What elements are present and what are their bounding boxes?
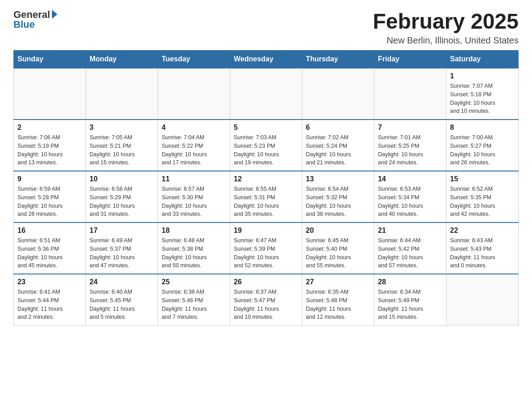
day-info: Sunrise: 6:49 AM Sunset: 5:37 PM Dayligh…: [90, 236, 154, 270]
day-number: 11: [162, 175, 226, 183]
calendar-header: SundayMondayTuesdayWednesdayThursdayFrid…: [14, 51, 519, 68]
day-info: Sunrise: 6:59 AM Sunset: 5:28 PM Dayligh…: [17, 185, 82, 218]
day-number: 2: [17, 124, 82, 132]
day-info: Sunrise: 6:44 AM Sunset: 5:42 PM Dayligh…: [378, 236, 442, 270]
day-info: Sunrise: 7:01 AM Sunset: 5:25 PM Dayligh…: [378, 133, 442, 167]
day-info: Sunrise: 7:03 AM Sunset: 5:23 PM Dayligh…: [234, 133, 298, 167]
day-cell: 1Sunrise: 7:07 AM Sunset: 5:18 PM Daylig…: [446, 68, 519, 120]
day-info: Sunrise: 7:02 AM Sunset: 5:24 PM Dayligh…: [306, 133, 370, 167]
day-info: Sunrise: 6:34 AM Sunset: 5:49 PM Dayligh…: [378, 288, 442, 321]
day-info: Sunrise: 7:04 AM Sunset: 5:22 PM Dayligh…: [162, 133, 226, 167]
calendar-title: February 2025: [373, 9, 519, 34]
day-info: Sunrise: 6:51 AM Sunset: 5:36 PM Dayligh…: [17, 236, 82, 270]
day-number: 8: [450, 124, 515, 132]
day-number: 25: [162, 278, 226, 286]
day-number: 23: [17, 278, 82, 286]
day-info: Sunrise: 6:43 AM Sunset: 5:43 PM Dayligh…: [450, 236, 515, 270]
day-cell: 9Sunrise: 6:59 AM Sunset: 5:28 PM Daylig…: [14, 171, 86, 223]
day-number: 19: [234, 227, 298, 235]
week-row-3: 9Sunrise: 6:59 AM Sunset: 5:28 PM Daylig…: [14, 171, 519, 223]
title-block: February 2025 New Berlin, Illinois, Unit…: [373, 9, 519, 46]
day-cell: 10Sunrise: 6:58 AM Sunset: 5:29 PM Dayli…: [86, 171, 158, 223]
day-cell: 6Sunrise: 7:02 AM Sunset: 5:24 PM Daylig…: [302, 120, 374, 171]
day-cell: 11Sunrise: 6:57 AM Sunset: 5:30 PM Dayli…: [158, 171, 230, 223]
day-cell: [446, 274, 519, 325]
day-info: Sunrise: 6:38 AM Sunset: 5:46 PM Dayligh…: [162, 288, 226, 321]
day-cell: 16Sunrise: 6:51 AM Sunset: 5:36 PM Dayli…: [14, 223, 86, 274]
day-info: Sunrise: 7:06 AM Sunset: 5:19 PM Dayligh…: [17, 133, 82, 167]
day-cell: 20Sunrise: 6:45 AM Sunset: 5:40 PM Dayli…: [302, 223, 374, 274]
day-cell: 8Sunrise: 7:00 AM Sunset: 5:27 PM Daylig…: [446, 120, 519, 171]
week-row-1: 1Sunrise: 7:07 AM Sunset: 5:18 PM Daylig…: [14, 68, 519, 120]
day-number: 4: [162, 124, 226, 132]
day-cell: [158, 68, 230, 120]
day-number: 18: [162, 227, 226, 235]
logo-blue-text: Blue: [13, 19, 35, 30]
day-info: Sunrise: 6:53 AM Sunset: 5:34 PM Dayligh…: [378, 185, 442, 218]
day-number: 16: [17, 227, 82, 235]
day-info: Sunrise: 6:58 AM Sunset: 5:29 PM Dayligh…: [90, 185, 154, 218]
logo-arrow-icon: [52, 10, 57, 19]
day-cell: 2Sunrise: 7:06 AM Sunset: 5:19 PM Daylig…: [14, 120, 86, 171]
day-info: Sunrise: 7:00 AM Sunset: 5:27 PM Dayligh…: [450, 133, 515, 167]
day-cell: 13Sunrise: 6:54 AM Sunset: 5:32 PM Dayli…: [302, 171, 374, 223]
day-info: Sunrise: 6:47 AM Sunset: 5:39 PM Dayligh…: [234, 236, 298, 270]
day-cell: 15Sunrise: 6:52 AM Sunset: 5:35 PM Dayli…: [446, 171, 519, 223]
day-number: 24: [90, 278, 154, 286]
week-row-4: 16Sunrise: 6:51 AM Sunset: 5:36 PM Dayli…: [14, 223, 519, 274]
day-cell: [86, 68, 158, 120]
day-cell: 14Sunrise: 6:53 AM Sunset: 5:34 PM Dayli…: [374, 171, 446, 223]
day-info: Sunrise: 6:37 AM Sunset: 5:47 PM Dayligh…: [234, 288, 298, 321]
day-cell: 23Sunrise: 6:41 AM Sunset: 5:44 PM Dayli…: [14, 274, 86, 325]
day-number: 9: [17, 175, 82, 183]
weekday-header-wednesday: Wednesday: [230, 51, 302, 68]
day-info: Sunrise: 6:48 AM Sunset: 5:38 PM Dayligh…: [162, 236, 226, 270]
day-number: 22: [450, 227, 515, 235]
week-row-5: 23Sunrise: 6:41 AM Sunset: 5:44 PM Dayli…: [14, 274, 519, 325]
day-number: 28: [378, 278, 442, 286]
calendar-table: SundayMondayTuesdayWednesdayThursdayFrid…: [13, 50, 519, 325]
day-number: 26: [234, 278, 298, 286]
day-info: Sunrise: 6:55 AM Sunset: 5:31 PM Dayligh…: [234, 185, 298, 218]
day-cell: 7Sunrise: 7:01 AM Sunset: 5:25 PM Daylig…: [374, 120, 446, 171]
calendar-body: 1Sunrise: 7:07 AM Sunset: 5:18 PM Daylig…: [14, 68, 519, 325]
day-cell: 18Sunrise: 6:48 AM Sunset: 5:38 PM Dayli…: [158, 223, 230, 274]
weekday-row: SundayMondayTuesdayWednesdayThursdayFrid…: [14, 51, 519, 68]
day-number: 7: [378, 124, 442, 132]
day-number: 13: [306, 175, 370, 183]
day-number: 10: [90, 175, 154, 183]
day-number: 27: [306, 278, 370, 286]
weekday-header-sunday: Sunday: [14, 51, 86, 68]
day-cell: 22Sunrise: 6:43 AM Sunset: 5:43 PM Dayli…: [446, 223, 519, 274]
day-cell: [374, 68, 446, 120]
day-number: 6: [306, 124, 370, 132]
weekday-header-monday: Monday: [86, 51, 158, 68]
day-cell: [14, 68, 86, 120]
day-cell: 27Sunrise: 6:35 AM Sunset: 5:48 PM Dayli…: [302, 274, 374, 325]
day-info: Sunrise: 7:07 AM Sunset: 5:18 PM Dayligh…: [450, 82, 515, 116]
day-info: Sunrise: 6:57 AM Sunset: 5:30 PM Dayligh…: [162, 185, 226, 218]
day-info: Sunrise: 7:05 AM Sunset: 5:21 PM Dayligh…: [90, 133, 154, 167]
day-number: 15: [450, 175, 515, 183]
day-cell: 4Sunrise: 7:04 AM Sunset: 5:22 PM Daylig…: [158, 120, 230, 171]
day-cell: 26Sunrise: 6:37 AM Sunset: 5:47 PM Dayli…: [230, 274, 302, 325]
day-number: 20: [306, 227, 370, 235]
day-cell: 3Sunrise: 7:05 AM Sunset: 5:21 PM Daylig…: [86, 120, 158, 171]
page-header: General Blue February 2025 New Berlin, I…: [13, 9, 519, 46]
week-row-2: 2Sunrise: 7:06 AM Sunset: 5:19 PM Daylig…: [14, 120, 519, 171]
weekday-header-saturday: Saturday: [446, 51, 519, 68]
day-cell: 19Sunrise: 6:47 AM Sunset: 5:39 PM Dayli…: [230, 223, 302, 274]
day-info: Sunrise: 6:41 AM Sunset: 5:44 PM Dayligh…: [17, 288, 82, 321]
day-cell: [302, 68, 374, 120]
weekday-header-tuesday: Tuesday: [158, 51, 230, 68]
day-cell: 5Sunrise: 7:03 AM Sunset: 5:23 PM Daylig…: [230, 120, 302, 171]
day-number: 17: [90, 227, 154, 235]
day-number: 1: [450, 72, 515, 80]
day-cell: 21Sunrise: 6:44 AM Sunset: 5:42 PM Dayli…: [374, 223, 446, 274]
day-cell: 28Sunrise: 6:34 AM Sunset: 5:49 PM Dayli…: [374, 274, 446, 325]
day-info: Sunrise: 6:40 AM Sunset: 5:45 PM Dayligh…: [90, 288, 154, 321]
day-number: 3: [90, 124, 154, 132]
day-info: Sunrise: 6:35 AM Sunset: 5:48 PM Dayligh…: [306, 288, 370, 321]
calendar-subtitle: New Berlin, Illinois, United States: [373, 35, 519, 46]
day-info: Sunrise: 6:52 AM Sunset: 5:35 PM Dayligh…: [450, 185, 515, 218]
